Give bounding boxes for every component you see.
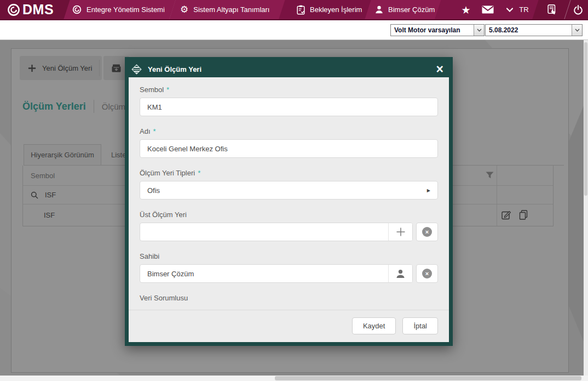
sahibi-picker <box>140 264 413 283</box>
menu-item-label: Bekleyen İşlerim <box>310 5 362 14</box>
menu-item-sistem-altyapi-tanimlari[interactable]: ⚙ Sistem Altyapı Tanımları <box>180 0 269 19</box>
logo-text: DMS <box>22 2 54 18</box>
field-label: Sahibi <box>140 252 159 260</box>
diamond-icon <box>131 64 141 74</box>
field-label: Adı <box>140 127 151 135</box>
topbar: DMS Entegre Yönetim Sistemi ⚙ Sistem Alt… <box>0 0 588 20</box>
chevron-down-icon <box>575 29 580 32</box>
olcum-yeri-tipleri-dropdown[interactable]: Ofis ▶ <box>140 181 438 200</box>
clear-owner-button[interactable]: × <box>416 264 438 283</box>
clear-parent-location-button[interactable]: × <box>416 223 438 241</box>
save-button[interactable]: Kaydet <box>352 317 396 334</box>
field-sahibi: Sahibi × <box>140 252 438 283</box>
vertical-scrollbar[interactable] <box>584 40 588 376</box>
date-select[interactable]: 5.08.2022 <box>485 24 583 36</box>
modal-header: Yeni Ölçüm Yeri × <box>129 61 449 77</box>
gear-icon: ⚙ <box>180 5 188 14</box>
new-measurement-location-modal: Yeni Ölçüm Yeri × Sembol * Adı * <box>125 57 453 346</box>
field-label: Üst Ölçüm Yeri <box>140 211 187 219</box>
modal-title: Yeni Ölçüm Yeri <box>148 65 433 73</box>
field-label: Veri Sorumlusu <box>140 294 188 302</box>
company-select-value: Volt Motor varsayılan <box>391 25 474 36</box>
company-select-dropdown-button[interactable] <box>474 25 484 36</box>
horizontal-scrollbar-thumb[interactable] <box>275 376 581 380</box>
menu-item-bekleyen-islerim[interactable]: Bekleyen İşlerim <box>297 0 362 19</box>
plus-icon <box>396 227 406 237</box>
menu-item-entegre-yonetim-sistemi[interactable]: Entegre Yönetim Sistemi <box>72 0 165 19</box>
mail-icon[interactable] <box>481 0 495 19</box>
select-owner-user-button[interactable] <box>388 265 412 282</box>
cancel-button[interactable]: İptal <box>402 317 438 334</box>
filter-bar: Volt Motor varsayılan 5.08.2022 <box>0 20 588 40</box>
field-olcum-yeri-tipleri: Ölçüm Yeri Tipleri * Ofis ▶ <box>140 169 438 200</box>
modal-footer: Kaydet İptal <box>140 310 438 342</box>
adi-input[interactable] <box>140 139 438 158</box>
form-hand-icon[interactable] <box>545 0 560 19</box>
submenu-arrow-icon: ▶ <box>427 188 430 193</box>
sembol-input[interactable] <box>140 98 438 116</box>
menu-item-label: Entegre Yönetim Sistemi <box>87 5 165 14</box>
add-parent-location-button[interactable] <box>388 223 412 241</box>
required-asterisk: * <box>198 169 200 177</box>
qdms-logo[interactable]: DMS <box>7 0 54 19</box>
field-veri-sorumlusu: Veri Sorumlusu <box>140 294 438 302</box>
date-select-dropdown-button[interactable] <box>572 25 582 36</box>
required-asterisk: * <box>153 127 156 135</box>
field-label: Ölçüm Yeri Tipleri <box>140 169 195 177</box>
user-icon <box>396 269 405 278</box>
dropdown-value: Ofis <box>147 186 160 195</box>
field-adi: Adı * <box>140 127 438 158</box>
qdms-circle-icon <box>72 5 82 14</box>
chevron-down-icon <box>477 29 482 32</box>
required-asterisk: * <box>166 86 169 94</box>
menu-item-label: Sistem Altyapı Tanımları <box>193 5 269 14</box>
user-icon <box>375 5 383 14</box>
menu-item-user-bimser-cozum[interactable]: Bimser Çözüm <box>375 0 435 19</box>
content-area: Yeni Ölçüm Yeri Ölçüm Yerleri Ölçüm Hiye… <box>0 40 584 376</box>
clipboard-check-icon <box>297 5 305 15</box>
close-icon[interactable]: × <box>433 63 447 76</box>
clear-circle-x-icon: × <box>422 227 432 237</box>
field-sembol: Sembol * <box>140 86 438 116</box>
menu-item-label: Bimser Çözüm <box>388 5 435 14</box>
chevron-down-icon[interactable] <box>505 0 515 19</box>
modal-body: Sembol * Adı * Ölçüm Yeri Tipleri * Of <box>129 77 449 342</box>
date-select-value: 5.08.2022 <box>486 25 572 36</box>
language-selector[interactable]: TR <box>517 0 531 19</box>
qdms-swirl-icon <box>7 3 20 16</box>
field-ust-olcum-yeri: Üst Ölçüm Yeri × <box>140 211 438 241</box>
horizontal-scrollbar[interactable] <box>0 376 588 381</box>
vertical-scrollbar-thumb[interactable] <box>584 42 587 196</box>
ust-olcum-yeri-input[interactable] <box>140 223 388 241</box>
company-select[interactable]: Volt Motor varsayılan <box>390 24 485 36</box>
favorites-star-icon[interactable]: ★ <box>459 0 473 19</box>
clear-circle-x-icon: × <box>422 269 432 278</box>
power-logout-icon[interactable] <box>571 0 585 19</box>
sahibi-input[interactable] <box>140 265 388 282</box>
field-label: Sembol <box>140 86 164 94</box>
ust-olcum-yeri-picker <box>140 223 413 241</box>
